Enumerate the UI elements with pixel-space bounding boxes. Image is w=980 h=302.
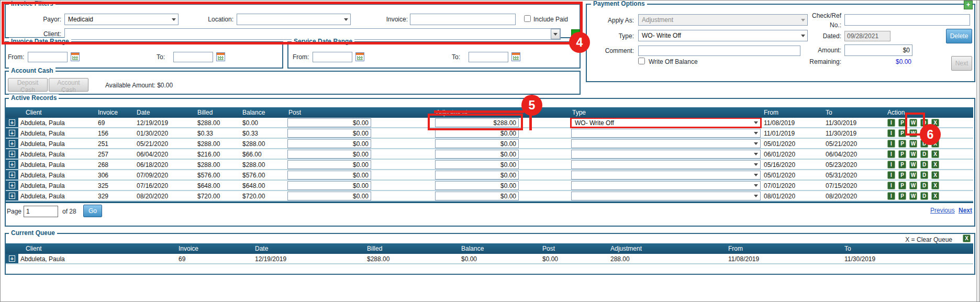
cell-billed: $288.00 xyxy=(197,119,220,127)
delete-button[interactable]: Delete xyxy=(946,29,972,43)
invoice-action-icon[interactable]: I xyxy=(887,140,895,148)
deposit-cash-button[interactable]: Deposit Cash xyxy=(8,78,48,92)
apply-as-select[interactable]: Adjustment xyxy=(638,14,808,26)
calendar-icon[interactable] xyxy=(216,52,225,61)
invoice-action-icon[interactable]: I xyxy=(887,119,895,127)
adjustment-input[interactable] xyxy=(435,139,519,148)
post-input[interactable] xyxy=(287,129,371,138)
service-date-from-input[interactable] xyxy=(313,52,352,62)
invoice-action-icon[interactable]: I xyxy=(887,161,895,169)
expand-row-button[interactable]: + xyxy=(6,160,19,169)
invoice-action-icon[interactable]: I xyxy=(887,192,895,200)
clear-queue-icon[interactable]: X xyxy=(963,234,971,242)
detail-action-icon[interactable]: D xyxy=(920,182,928,189)
payment-action-icon[interactable]: P xyxy=(898,161,906,169)
clear-action-icon[interactable]: X xyxy=(931,171,939,179)
post-input[interactable] xyxy=(287,192,371,200)
post-input[interactable] xyxy=(287,139,371,148)
previous-link[interactable]: Previous xyxy=(930,207,955,214)
adjustment-input[interactable] xyxy=(435,160,519,169)
cell-to: 11/30/2019 xyxy=(826,130,856,137)
row-type-select[interactable] xyxy=(571,181,761,190)
clear-action-icon[interactable]: X xyxy=(931,150,939,158)
payment-type-select[interactable]: WO- Write Off xyxy=(638,30,808,41)
post-input[interactable] xyxy=(287,171,371,180)
invoice-action-icon[interactable]: I xyxy=(887,182,895,189)
row-type-select[interactable] xyxy=(571,139,761,148)
detail-action-icon[interactable]: D xyxy=(920,171,928,179)
row-type-select[interactable] xyxy=(571,192,761,200)
payment-action-icon[interactable]: P xyxy=(898,150,906,158)
row-type-select[interactable]: WO- Write Off xyxy=(571,118,761,127)
adjustment-input[interactable] xyxy=(435,171,519,180)
payment-action-icon[interactable]: P xyxy=(898,140,906,148)
account-cash-button[interactable]: Account Cash xyxy=(49,78,88,92)
window-scrollbar-strip[interactable] xyxy=(976,1,980,302)
post-input[interactable] xyxy=(287,181,371,190)
row-type-select[interactable] xyxy=(571,150,761,159)
remaining-label: Remaining: xyxy=(809,58,841,65)
expand-row-button[interactable]: + xyxy=(6,170,19,180)
cell-balance: $0.33 xyxy=(242,130,258,137)
detail-action-icon[interactable]: D xyxy=(920,192,928,200)
service-date-to-input[interactable] xyxy=(469,52,508,62)
chevron-down-icon xyxy=(754,132,758,135)
clear-action-icon[interactable]: X xyxy=(931,192,939,200)
expand-row-button[interactable]: + xyxy=(6,181,19,190)
payment-action-icon[interactable]: P xyxy=(898,171,906,179)
calendar-icon[interactable] xyxy=(71,52,80,61)
writeoff-action-icon[interactable]: W xyxy=(909,171,917,179)
expand-row-button[interactable]: + xyxy=(6,149,19,159)
clear-action-icon[interactable]: X xyxy=(931,182,939,189)
detail-action-icon[interactable]: D xyxy=(920,161,928,169)
row-type-select[interactable] xyxy=(571,171,761,180)
adjustment-input[interactable] xyxy=(435,150,519,159)
comment-input[interactable] xyxy=(638,46,800,56)
dated-input[interactable] xyxy=(844,31,890,41)
adjustment-input[interactable] xyxy=(435,181,519,190)
writeoff-action-icon[interactable]: W xyxy=(909,140,917,148)
apply-as-label: Apply As: xyxy=(608,17,634,24)
invoice-date-from-input[interactable] xyxy=(28,52,68,62)
row-type-select[interactable] xyxy=(571,160,761,169)
next-button[interactable]: Next xyxy=(951,56,972,71)
table-row: + Abduleta, Paula 251 05/21/2020 $288.00… xyxy=(6,139,973,149)
expand-row-button[interactable]: + xyxy=(6,118,19,127)
cell-date: 07/16/2020 xyxy=(137,182,168,189)
writeoff-action-icon[interactable]: W xyxy=(909,161,917,169)
invoice-action-icon[interactable]: I xyxy=(887,129,895,137)
expand-row-button[interactable]: + xyxy=(6,128,19,138)
invoice-date-to-input[interactable] xyxy=(173,52,213,62)
next-link[interactable]: Next xyxy=(959,207,972,214)
post-input[interactable] xyxy=(287,118,371,127)
detail-action-icon[interactable]: D xyxy=(920,150,928,158)
expand-row-button[interactable]: + xyxy=(6,254,19,263)
calendar-icon[interactable] xyxy=(511,52,520,61)
expand-row-button[interactable]: + xyxy=(6,191,19,200)
page-input[interactable] xyxy=(24,206,58,217)
plus-icon: + xyxy=(9,140,15,147)
post-input[interactable] xyxy=(287,150,371,159)
calendar-icon[interactable] xyxy=(355,52,364,61)
payment-action-icon[interactable]: P xyxy=(898,192,906,200)
expand-row-button[interactable]: + xyxy=(6,139,19,148)
writeoff-action-icon[interactable]: W xyxy=(909,150,917,158)
writeoff-action-icon[interactable]: W xyxy=(909,192,917,200)
payment-action-icon[interactable]: P xyxy=(898,182,906,189)
amount-input[interactable] xyxy=(844,44,912,56)
clear-action-icon[interactable]: X xyxy=(931,161,939,169)
plus-icon: + xyxy=(9,172,15,178)
invoice-action-icon[interactable]: I xyxy=(887,171,895,179)
check-ref-input[interactable] xyxy=(844,14,970,26)
payment-posting-screen: Invoice Filters Payor: Medicaid Location… xyxy=(0,0,980,302)
table-bottom-border xyxy=(6,202,973,203)
invoice-action-icon[interactable]: I xyxy=(887,150,895,158)
adjustment-input[interactable] xyxy=(435,192,519,200)
write-off-balance-checkbox[interactable] xyxy=(638,58,645,64)
add-payment-icon[interactable]: + xyxy=(964,1,973,9)
cell-from: 11/08/2019 xyxy=(728,255,759,263)
writeoff-action-icon[interactable]: W xyxy=(909,182,917,189)
row-type-select[interactable] xyxy=(571,129,761,138)
post-input[interactable] xyxy=(287,160,371,169)
go-button[interactable]: Go xyxy=(83,205,102,217)
